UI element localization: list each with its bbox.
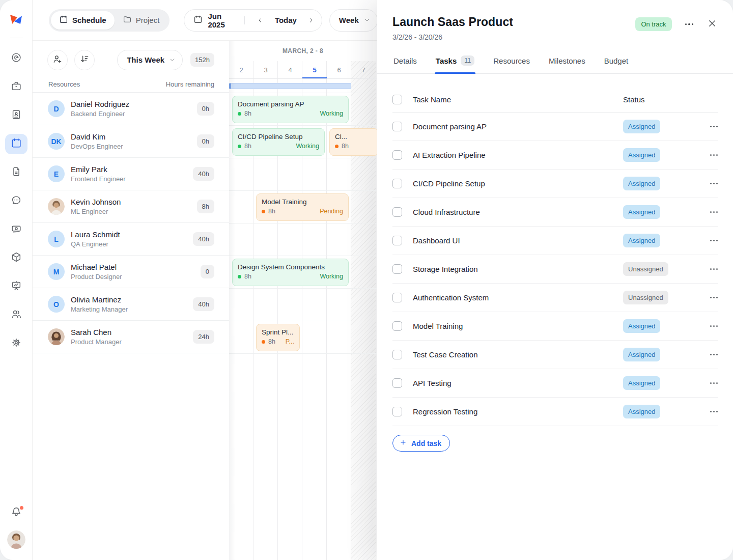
task-checkbox[interactable]	[392, 150, 402, 160]
task-checkbox[interactable]	[392, 350, 402, 359]
task-checkbox[interactable]	[392, 321, 402, 331]
day-cell[interactable]: 7	[351, 61, 376, 78]
sidebar-item-briefcase[interactable]	[5, 77, 27, 97]
sidebar-item-contacts[interactable]	[5, 105, 27, 126]
resource-role: Product Manager	[71, 338, 122, 346]
resource-row[interactable]: Sarah Chen Product Manager 24h	[33, 321, 229, 353]
tab-budget[interactable]: Budget	[603, 53, 630, 73]
project-date-range: 3/2/26 - 3/20/26	[392, 33, 513, 41]
task-bar-title: Sprint Pl...	[262, 328, 294, 336]
task-menu-button[interactable]	[704, 126, 718, 127]
task-checkbox[interactable]	[392, 236, 402, 245]
task-row: Storage Integration Unassigned	[392, 255, 718, 284]
task-row: Test Case Creation Assigned	[392, 341, 718, 369]
task-row: Document parsing AP Assigned	[392, 113, 718, 141]
total-hours-badge: 152h	[190, 53, 214, 67]
task-menu-button[interactable]	[704, 240, 718, 241]
sidebar-item-package[interactable]	[5, 248, 27, 268]
zoom-select[interactable]: Week	[329, 9, 378, 32]
tab-tasks[interactable]: Tasks 11	[435, 53, 475, 73]
task-checkbox[interactable]	[392, 293, 402, 302]
sidebar-item-goal[interactable]	[5, 48, 27, 69]
task-bar[interactable]: Sprint Pl...8hP...	[256, 324, 300, 351]
resource-role: DevOps Engineer	[71, 143, 123, 150]
add-task-button[interactable]: Add task	[392, 435, 450, 452]
task-menu-button[interactable]	[704, 211, 718, 213]
task-menu-button[interactable]	[704, 183, 718, 184]
sidebar-item-users[interactable]	[5, 305, 27, 325]
app-logo-icon[interactable]	[9, 13, 24, 29]
week-filter-select[interactable]: This Week	[117, 50, 183, 70]
resource-row[interactable]: L Laura Schmidt QA Engineer 40h	[33, 223, 229, 256]
zoom-label: Week	[339, 16, 359, 24]
task-checkbox[interactable]	[392, 407, 402, 416]
tab-project[interactable]: Project	[115, 11, 168, 30]
app-window: Schedule Project Jun 2025 Today Week	[0, 0, 733, 560]
task-checkbox[interactable]	[392, 179, 402, 188]
resource-row[interactable]: Kevin Johnson ML Engineer 8h	[33, 190, 229, 223]
task-bar-title: Model Training	[262, 198, 343, 206]
day-cell[interactable]: 6	[327, 61, 351, 78]
task-menu-button[interactable]	[704, 297, 718, 298]
resource-row[interactable]: M Michael Patel Product Designer 0	[33, 256, 229, 288]
close-panel-button[interactable]	[707, 18, 718, 31]
task-bar-title: Cl...	[335, 133, 373, 141]
select-all-checkbox[interactable]	[392, 95, 402, 104]
tab-details[interactable]: Details	[392, 53, 418, 73]
today-button[interactable]: Today	[275, 16, 297, 24]
sidebar-item-chat[interactable]	[5, 191, 27, 211]
task-bar-title: Design System Components	[238, 263, 343, 271]
task-bar[interactable]: CI/CD Pipeline Setup8hWorking	[232, 128, 325, 156]
sidebar	[0, 0, 33, 560]
task-bar-hours: 8h	[244, 143, 251, 150]
sort-button[interactable]	[74, 50, 95, 70]
task-bar[interactable]: Document parsing AP8hWorking	[232, 96, 349, 123]
sidebar-item-documents[interactable]	[5, 162, 27, 183]
task-bar[interactable]: Cl...8h	[329, 128, 377, 156]
task-row: Regression Testing Assigned	[392, 398, 718, 426]
chevron-down-icon	[364, 16, 370, 25]
resource-row[interactable]: O Olivia Martinez Marketing Manager 40h	[33, 288, 229, 321]
notifications-button[interactable]	[10, 506, 22, 520]
task-checkbox[interactable]	[392, 207, 402, 217]
plus-icon	[400, 439, 407, 447]
task-name: API Testing	[413, 379, 623, 387]
day-cell[interactable]: 3	[253, 61, 278, 78]
task-menu-button[interactable]	[704, 411, 718, 412]
sidebar-item-presentation[interactable]	[5, 276, 27, 297]
task-checkbox[interactable]	[392, 264, 402, 274]
task-bar[interactable]: Design System Components8hWorking	[232, 259, 349, 286]
chevron-down-icon	[170, 55, 175, 65]
task-bar[interactable]: Model Training8hPending	[256, 193, 349, 221]
task-menu-button[interactable]	[704, 268, 718, 270]
task-menu-button[interactable]	[704, 154, 718, 156]
task-menu-button[interactable]	[704, 354, 718, 355]
project-duration-bar[interactable]	[229, 83, 351, 89]
calendar-icon	[11, 137, 22, 151]
user-avatar[interactable]	[7, 530, 25, 549]
resource-row[interactable]: DK David Kim DevOps Engineer 0h	[33, 125, 229, 158]
resource-name: Olivia Martinez	[71, 295, 128, 304]
tab-resources[interactable]: Resources	[492, 53, 531, 73]
task-status-badge: Unassigned	[623, 291, 668, 304]
task-menu-button[interactable]	[704, 382, 718, 384]
sidebar-item-settings[interactable]	[5, 333, 27, 354]
day-cell-active[interactable]: 5	[302, 61, 327, 78]
tab-schedule[interactable]: Schedule	[51, 11, 115, 30]
task-menu-button[interactable]	[704, 325, 718, 327]
resource-row[interactable]: D Daniel Rodriguez Backend Engineer 0h	[33, 93, 229, 125]
sidebar-item-schedule[interactable]	[5, 134, 27, 154]
more-menu-button[interactable]	[684, 20, 695, 29]
month-label[interactable]: Jun 2025	[208, 12, 232, 29]
task-checkbox[interactable]	[392, 378, 402, 388]
day-cell[interactable]: 2	[229, 61, 253, 78]
task-checkbox[interactable]	[392, 122, 402, 131]
sidebar-item-payments[interactable]	[5, 219, 27, 240]
next-button[interactable]	[306, 13, 317, 27]
day-cell[interactable]: 4	[278, 61, 302, 78]
add-person-button[interactable]	[47, 50, 68, 70]
tab-milestones[interactable]: Milestones	[548, 53, 586, 73]
resource-row[interactable]: E Emily Park Frontend Engineer 40h	[33, 158, 229, 190]
prev-button[interactable]	[255, 13, 266, 27]
tab-schedule-label: Schedule	[72, 16, 106, 24]
